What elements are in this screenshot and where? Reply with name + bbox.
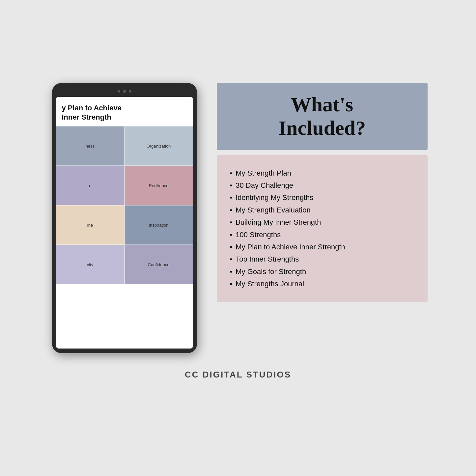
grid-cell-4: Resilience xyxy=(125,166,193,205)
grid-cell-6: Inspiration xyxy=(125,205,193,245)
tablet-camera xyxy=(123,90,126,93)
whats-included-title: What'sIncluded? xyxy=(230,93,414,140)
grid-cell-5: ine xyxy=(56,205,125,245)
right-panel: What'sIncluded? My Strength Plan 30 Day … xyxy=(217,83,428,302)
tablet-wrapper: y Plan to Achieve Inner Strength ness Or… xyxy=(49,83,200,353)
list-item: My Goals for Strength xyxy=(230,266,414,278)
tablet-top-bar xyxy=(56,88,193,95)
footer: CC DIGITAL STUDIOS xyxy=(185,370,291,380)
list-item: My Plan to Achieve Inner Strength xyxy=(230,241,414,253)
list-item: 30 Day Challenge xyxy=(230,179,414,191)
list-item: Building My Inner Strength xyxy=(230,216,414,228)
brand-label: CC DIGITAL STUDIOS xyxy=(185,370,291,380)
tablet-screen: y Plan to Achieve Inner Strength ness Or… xyxy=(56,97,193,349)
tablet-device: y Plan to Achieve Inner Strength ness Or… xyxy=(52,83,197,353)
included-list: My Strength Plan 30 Day Challenge Identi… xyxy=(230,167,414,290)
grid-cell-3: e xyxy=(56,166,125,205)
grid-cell-8: Confidence xyxy=(125,245,193,284)
whats-included-header: What'sIncluded? xyxy=(217,83,428,150)
tablet-dot-2 xyxy=(129,90,131,93)
screen-title: y Plan to Achieve Inner Strength xyxy=(56,97,193,126)
list-item: Top Inner Strengths xyxy=(230,253,414,265)
list-item: My Strength Evaluation xyxy=(230,204,414,216)
grid-cell-1: ness xyxy=(56,126,125,166)
list-item: My Strength Plan xyxy=(230,167,414,179)
list-item: Identifying My Strengths xyxy=(230,191,414,204)
whats-included-list-box: My Strength Plan 30 Day Challenge Identi… xyxy=(217,155,428,302)
list-item: 100 Strengths xyxy=(230,229,414,241)
grid-cell-2: Organization xyxy=(125,126,193,166)
main-layout: y Plan to Achieve Inner Strength ness Or… xyxy=(41,83,436,353)
tablet-dot-1 xyxy=(118,90,120,93)
list-item: My Strengths Journal xyxy=(230,278,414,290)
grid-cell-7: vity xyxy=(56,245,125,284)
color-grid: ness Organization e Resilience ine Inspi… xyxy=(56,126,193,349)
